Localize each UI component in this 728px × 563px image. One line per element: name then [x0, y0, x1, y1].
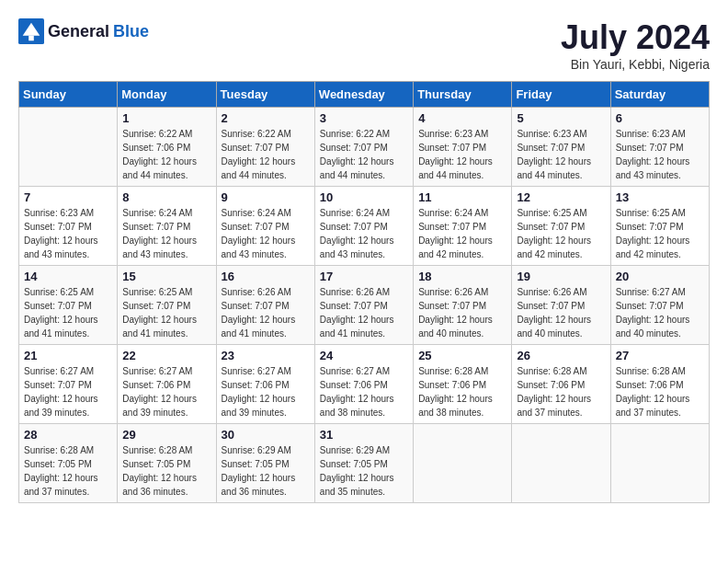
calendar-cell: 23Sunrise: 6:27 AMSunset: 7:06 PMDayligh… — [216, 345, 314, 424]
cell-sun-info: Sunrise: 6:29 AMSunset: 7:05 PMDaylight:… — [222, 443, 310, 499]
calendar-week-row: 21Sunrise: 6:27 AMSunset: 7:07 PMDayligh… — [19, 345, 710, 424]
header-day-saturday: Saturday — [610, 82, 709, 108]
cell-sun-info: Sunrise: 6:27 AMSunset: 7:07 PMDaylight:… — [616, 285, 704, 340]
cell-sun-info: Sunrise: 6:25 AMSunset: 7:07 PMDaylight:… — [517, 206, 605, 261]
day-number: 13 — [616, 190, 704, 204]
day-number: 29 — [122, 428, 210, 442]
day-number: 10 — [320, 190, 408, 204]
cell-sun-info: Sunrise: 6:24 AMSunset: 7:07 PMDaylight:… — [320, 206, 408, 261]
header-day-friday: Friday — [512, 82, 610, 108]
cell-sun-info: Sunrise: 6:23 AMSunset: 7:07 PMDaylight:… — [517, 127, 605, 182]
cell-sun-info: Sunrise: 6:28 AMSunset: 7:05 PMDaylight:… — [122, 443, 210, 499]
calendar-cell: 31Sunrise: 6:29 AMSunset: 7:05 PMDayligh… — [314, 424, 413, 503]
cell-sun-info: Sunrise: 6:23 AMSunset: 7:07 PMDaylight:… — [24, 206, 112, 261]
cell-sun-info: Sunrise: 6:28 AMSunset: 7:06 PMDaylight:… — [418, 364, 506, 419]
cell-sun-info: Sunrise: 6:25 AMSunset: 7:07 PMDaylight:… — [24, 285, 112, 340]
calendar-table: SundayMondayTuesdayWednesdayThursdayFrid… — [18, 81, 710, 503]
cell-sun-info: Sunrise: 6:26 AMSunset: 7:07 PMDaylight:… — [418, 285, 506, 340]
day-number: 16 — [222, 270, 310, 283]
header-day-wednesday: Wednesday — [314, 82, 413, 108]
day-number: 24 — [320, 349, 408, 362]
cell-sun-info: Sunrise: 6:26 AMSunset: 7:07 PMDaylight:… — [517, 285, 605, 340]
day-number: 12 — [517, 190, 605, 204]
header-day-sunday: Sunday — [19, 82, 118, 108]
day-number: 4 — [418, 111, 506, 125]
calendar-cell — [512, 424, 610, 503]
header-day-monday: Monday — [118, 82, 216, 108]
calendar-cell: 24Sunrise: 6:27 AMSunset: 7:06 PMDayligh… — [314, 345, 413, 424]
calendar-header-row: SundayMondayTuesdayWednesdayThursdayFrid… — [19, 82, 710, 108]
cell-sun-info: Sunrise: 6:28 AMSunset: 7:06 PMDaylight:… — [517, 364, 605, 419]
calendar-cell: 11Sunrise: 6:24 AMSunset: 7:07 PMDayligh… — [414, 187, 512, 266]
day-number: 1 — [122, 111, 210, 125]
calendar-cell: 22Sunrise: 6:27 AMSunset: 7:06 PMDayligh… — [118, 345, 216, 424]
cell-sun-info: Sunrise: 6:28 AMSunset: 7:05 PMDaylight:… — [24, 443, 112, 499]
calendar-cell: 1Sunrise: 6:22 AMSunset: 7:06 PMDaylight… — [118, 108, 216, 187]
calendar-cell: 27Sunrise: 6:28 AMSunset: 7:06 PMDayligh… — [610, 345, 709, 424]
day-number: 19 — [517, 270, 605, 283]
svg-rect-2 — [28, 36, 34, 41]
title-block: July 2024 Bin Yauri, Kebbi, Nigeria — [561, 18, 710, 72]
cell-sun-info: Sunrise: 6:26 AMSunset: 7:07 PMDaylight:… — [222, 285, 310, 340]
calendar-cell: 19Sunrise: 6:26 AMSunset: 7:07 PMDayligh… — [512, 266, 610, 345]
logo-icon — [18, 18, 44, 44]
calendar-week-row: 1Sunrise: 6:22 AMSunset: 7:06 PMDaylight… — [19, 108, 710, 187]
calendar-week-row: 14Sunrise: 6:25 AMSunset: 7:07 PMDayligh… — [19, 266, 710, 345]
logo-general-text: General — [48, 22, 109, 41]
day-number: 17 — [320, 270, 408, 283]
day-number: 22 — [122, 349, 210, 362]
logo-blue-text: Blue — [113, 22, 149, 41]
day-number: 31 — [320, 428, 408, 442]
day-number: 14 — [24, 270, 112, 283]
day-number: 15 — [122, 270, 210, 283]
calendar-cell: 10Sunrise: 6:24 AMSunset: 7:07 PMDayligh… — [314, 187, 413, 266]
cell-sun-info: Sunrise: 6:29 AMSunset: 7:05 PMDaylight:… — [320, 443, 408, 499]
day-number: 3 — [320, 111, 408, 125]
calendar-cell: 13Sunrise: 6:25 AMSunset: 7:07 PMDayligh… — [610, 187, 709, 266]
calendar-cell: 20Sunrise: 6:27 AMSunset: 7:07 PMDayligh… — [610, 266, 709, 345]
cell-sun-info: Sunrise: 6:22 AMSunset: 7:06 PMDaylight:… — [122, 127, 210, 182]
calendar-cell: 17Sunrise: 6:26 AMSunset: 7:07 PMDayligh… — [314, 266, 413, 345]
day-number: 25 — [418, 349, 506, 362]
location-subtitle: Bin Yauri, Kebbi, Nigeria — [561, 57, 710, 72]
cell-sun-info: Sunrise: 6:25 AMSunset: 7:07 PMDaylight:… — [616, 206, 704, 261]
day-number: 20 — [616, 270, 704, 283]
day-number: 26 — [517, 349, 605, 362]
calendar-cell: 29Sunrise: 6:28 AMSunset: 7:05 PMDayligh… — [118, 424, 216, 503]
calendar-cell: 8Sunrise: 6:24 AMSunset: 7:07 PMDaylight… — [118, 187, 216, 266]
day-number: 18 — [418, 270, 506, 283]
calendar-cell: 15Sunrise: 6:25 AMSunset: 7:07 PMDayligh… — [118, 266, 216, 345]
header-day-thursday: Thursday — [414, 82, 512, 108]
calendar-cell — [19, 108, 118, 187]
calendar-cell: 4Sunrise: 6:23 AMSunset: 7:07 PMDaylight… — [414, 108, 512, 187]
calendar-cell: 12Sunrise: 6:25 AMSunset: 7:07 PMDayligh… — [512, 187, 610, 266]
cell-sun-info: Sunrise: 6:26 AMSunset: 7:07 PMDaylight:… — [320, 285, 408, 340]
calendar-week-row: 28Sunrise: 6:28 AMSunset: 7:05 PMDayligh… — [19, 424, 710, 503]
calendar-cell: 7Sunrise: 6:23 AMSunset: 7:07 PMDaylight… — [19, 187, 118, 266]
day-number: 7 — [24, 190, 112, 204]
calendar-cell: 3Sunrise: 6:22 AMSunset: 7:07 PMDaylight… — [314, 108, 413, 187]
calendar-cell: 14Sunrise: 6:25 AMSunset: 7:07 PMDayligh… — [19, 266, 118, 345]
calendar-cell: 2Sunrise: 6:22 AMSunset: 7:07 PMDaylight… — [216, 108, 314, 187]
calendar-cell: 16Sunrise: 6:26 AMSunset: 7:07 PMDayligh… — [216, 266, 314, 345]
day-number: 8 — [122, 190, 210, 204]
day-number: 2 — [222, 111, 310, 125]
cell-sun-info: Sunrise: 6:22 AMSunset: 7:07 PMDaylight:… — [222, 127, 310, 182]
logo: GeneralBlue — [18, 18, 149, 44]
cell-sun-info: Sunrise: 6:28 AMSunset: 7:06 PMDaylight:… — [616, 364, 704, 419]
calendar-cell: 30Sunrise: 6:29 AMSunset: 7:05 PMDayligh… — [216, 424, 314, 503]
calendar-cell: 18Sunrise: 6:26 AMSunset: 7:07 PMDayligh… — [414, 266, 512, 345]
calendar-cell: 21Sunrise: 6:27 AMSunset: 7:07 PMDayligh… — [19, 345, 118, 424]
calendar-cell: 5Sunrise: 6:23 AMSunset: 7:07 PMDaylight… — [512, 108, 610, 187]
day-number: 11 — [418, 190, 506, 204]
cell-sun-info: Sunrise: 6:24 AMSunset: 7:07 PMDaylight:… — [418, 206, 506, 261]
day-number: 30 — [222, 428, 310, 442]
cell-sun-info: Sunrise: 6:23 AMSunset: 7:07 PMDaylight:… — [418, 127, 506, 182]
calendar-cell: 9Sunrise: 6:24 AMSunset: 7:07 PMDaylight… — [216, 187, 314, 266]
day-number: 5 — [517, 111, 605, 125]
calendar-cell — [414, 424, 512, 503]
page-header: GeneralBlue July 2024 Bin Yauri, Kebbi, … — [18, 18, 710, 72]
cell-sun-info: Sunrise: 6:27 AMSunset: 7:06 PMDaylight:… — [222, 364, 310, 419]
day-number: 21 — [24, 349, 112, 362]
day-number: 9 — [222, 190, 310, 204]
